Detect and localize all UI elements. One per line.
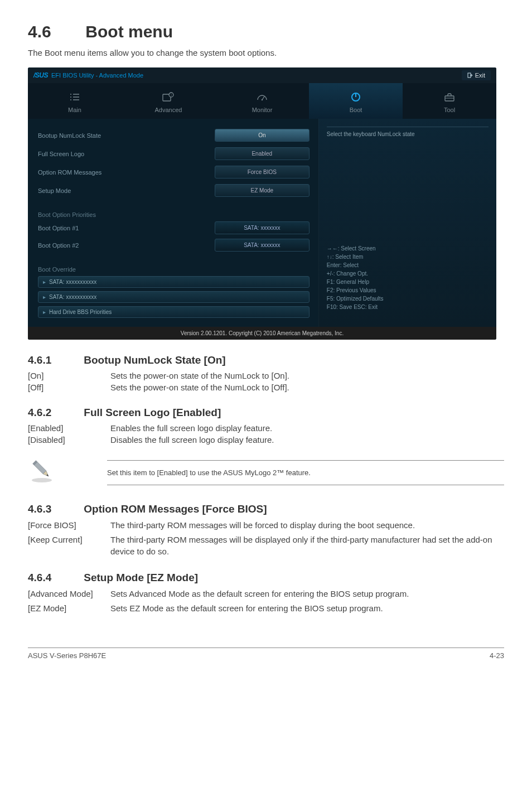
chevron-right-icon: ▸ xyxy=(43,294,46,300)
bios-settings-pane: Bootup NumLock State On Full Screen Logo… xyxy=(28,119,318,327)
section-number: 4.6 xyxy=(28,22,81,41)
def-advanced-mode-val: Sets Advanced Mode as the default screen… xyxy=(110,588,504,600)
hint-select-item: ↑↓: Select Item xyxy=(327,253,489,261)
label-option-rom: Option ROM Messages xyxy=(38,169,215,176)
sub-464-heading: 4.6.4 Setup Mode [EZ Mode] xyxy=(28,572,504,584)
def-disabled: [Disabled] Disables the full screen logo… xyxy=(28,435,504,445)
tab-tool-label: Tool xyxy=(403,107,496,113)
label-bootup-numlock: Bootup NumLock State xyxy=(38,132,215,139)
row-full-screen-logo[interactable]: Full Screen Logo Enabled xyxy=(38,147,309,160)
sub-464-num: 4.6.4 xyxy=(28,572,81,584)
tab-advanced-label: Advanced xyxy=(122,107,215,113)
group-boot-priorities: Boot Option Priorities xyxy=(38,211,309,218)
value-boot-option-1[interactable]: SATA: xxxxxxx xyxy=(215,221,309,234)
value-full-screen-logo[interactable]: Enabled xyxy=(215,147,309,160)
def-enabled-val: Enables the full screen logo display fea… xyxy=(110,423,504,433)
note-block: Set this item to [Enabled] to use the AS… xyxy=(28,452,504,489)
def-on-key: [On] xyxy=(28,371,110,380)
hint-f2: F2: Previous Values xyxy=(327,286,489,294)
svg-text:i: i xyxy=(171,93,171,96)
hint-change-opt: +/-: Change Opt. xyxy=(327,269,489,278)
hint-f5: F5: Optimized Defaults xyxy=(327,294,489,303)
label-full-screen-logo: Full Screen Logo xyxy=(38,151,215,157)
def-force-bios-key: [Force BIOS] xyxy=(28,520,110,531)
tab-monitor-label: Monitor xyxy=(215,107,309,113)
def-keep-current-key: [Keep Current] xyxy=(28,534,110,557)
bios-tab-bar: Main i Advanced Monitor Boot Tool xyxy=(28,83,496,119)
tab-monitor[interactable]: Monitor xyxy=(215,83,309,119)
footer-page-number: 4-23 xyxy=(490,651,504,660)
sub-461-title: Bootup NumLock State [On] xyxy=(84,354,225,366)
sub-462-heading: 4.6.2 Full Screen Logo [Enabled] xyxy=(28,407,504,419)
chevron-right-icon: ▸ xyxy=(43,279,46,285)
bios-panel: /SUS EFI BIOS Utility - Advanced Mode Ex… xyxy=(28,67,496,340)
sub-461-heading: 4.6.1 Bootup NumLock State [On] xyxy=(28,354,504,366)
exit-icon xyxy=(467,73,473,78)
list-icon xyxy=(28,91,122,103)
hint-f10: F10: Save ESC: Exit xyxy=(327,303,489,311)
tab-main[interactable]: Main xyxy=(28,83,122,119)
row-boot-option-1[interactable]: Boot Option #1 SATA: xxxxxxx xyxy=(38,221,309,234)
section-intro: The Boot menu items allow you to change … xyxy=(28,48,504,57)
hint-select-screen: →←: Select Screen xyxy=(327,244,489,253)
row-boot-option-2[interactable]: Boot Option #2 SATA: xxxxxxx xyxy=(38,239,309,252)
sub-462-num: 4.6.2 xyxy=(28,407,81,419)
sub-463-num: 4.6.3 xyxy=(28,503,81,515)
def-enabled: [Enabled] Enables the full screen logo d… xyxy=(28,423,504,433)
tab-boot-label: Boot xyxy=(309,107,403,113)
svg-point-11 xyxy=(262,99,263,100)
def-ez-mode: [EZ Mode] Sets EZ Mode as the default sc… xyxy=(28,603,504,614)
sub-464-title: Setup Mode [EZ Mode] xyxy=(84,572,198,583)
asus-logo: /SUS xyxy=(33,71,48,79)
def-force-bios-val: The third-party ROM messages will be for… xyxy=(110,520,504,531)
def-keep-current-val: The third-party ROM messages will be dis… xyxy=(110,534,504,557)
override-item-2[interactable]: ▸ SATA: xxxxxxxxxxx xyxy=(38,291,309,303)
def-advanced-mode: [Advanced Mode] Sets Advanced Mode as th… xyxy=(28,588,504,600)
tab-tool[interactable]: Tool xyxy=(403,83,496,119)
section-title-text: Boot menu xyxy=(85,22,173,41)
override-item-1-label: SATA: xxxxxxxxxxx xyxy=(49,279,96,285)
def-ez-mode-key: [EZ Mode] xyxy=(28,603,110,614)
sub-461-num: 4.6.1 xyxy=(28,354,81,366)
value-bootup-numlock[interactable]: On xyxy=(215,129,309,142)
override-item-1[interactable]: ▸ SATA: xxxxxxxxxxx xyxy=(38,276,309,288)
tab-boot[interactable]: Boot xyxy=(309,83,403,119)
page-footer: ASUS V-Series P8H67E 4-23 xyxy=(28,648,504,660)
footer-product: ASUS V-Series P8H67E xyxy=(28,651,106,660)
bios-body: Bootup NumLock State On Full Screen Logo… xyxy=(28,119,496,327)
def-disabled-key: [Disabled] xyxy=(28,435,110,445)
row-option-rom[interactable]: Option ROM Messages Force BIOS xyxy=(38,166,309,178)
toolbox-icon xyxy=(403,91,496,103)
hint-f1: F1: General Help xyxy=(327,278,489,286)
help-description: Select the keyboard NumLock state xyxy=(327,127,489,188)
svg-point-16 xyxy=(32,478,52,482)
bios-footer: Version 2.00.1201. Copyright (C) 2010 Am… xyxy=(28,327,496,340)
value-boot-option-2[interactable]: SATA: xxxxxxx xyxy=(215,239,309,252)
board-info-icon: i xyxy=(122,91,215,103)
label-boot-option-1: Boot Option #1 xyxy=(38,225,215,231)
override-item-2-label: SATA: xxxxxxxxxxx xyxy=(49,294,96,300)
bios-utility-title: EFI BIOS Utility - Advanced Mode xyxy=(51,72,143,79)
exit-button[interactable]: Exit xyxy=(462,70,491,80)
chevron-right-icon: ▸ xyxy=(43,309,46,315)
exit-label: Exit xyxy=(475,72,485,79)
label-boot-option-2: Boot Option #2 xyxy=(38,242,215,249)
bios-help-pane: Select the keyboard NumLock state →←: Se… xyxy=(318,119,496,327)
row-setup-mode[interactable]: Setup Mode EZ Mode xyxy=(38,184,309,197)
key-hints: →←: Select Screen ↑↓: Select Item Enter:… xyxy=(327,244,489,311)
tab-advanced[interactable]: i Advanced xyxy=(122,83,215,119)
tab-main-label: Main xyxy=(28,107,122,113)
gauge-icon xyxy=(215,91,309,103)
value-option-rom[interactable]: Force BIOS xyxy=(215,166,309,178)
pencil-icon xyxy=(28,456,56,484)
def-ez-mode-val: Sets EZ Mode as the default screen for e… xyxy=(110,603,504,614)
override-item-3[interactable]: ▸ Hard Drive BBS Priorities xyxy=(38,306,309,318)
def-enabled-key: [Enabled] xyxy=(28,423,110,433)
value-setup-mode[interactable]: EZ Mode xyxy=(215,184,309,197)
row-bootup-numlock[interactable]: Bootup NumLock State On xyxy=(38,129,309,142)
label-setup-mode: Setup Mode xyxy=(38,187,215,194)
def-off-val: Sets the power-on state of the NumLock t… xyxy=(110,383,504,392)
section-heading: 4.6 Boot menu xyxy=(28,22,504,41)
sub-463-heading: 4.6.3 Option ROM Messages [Force BIOS] xyxy=(28,503,504,515)
def-on-val: Sets the power-on state of the NumLock t… xyxy=(110,371,504,380)
